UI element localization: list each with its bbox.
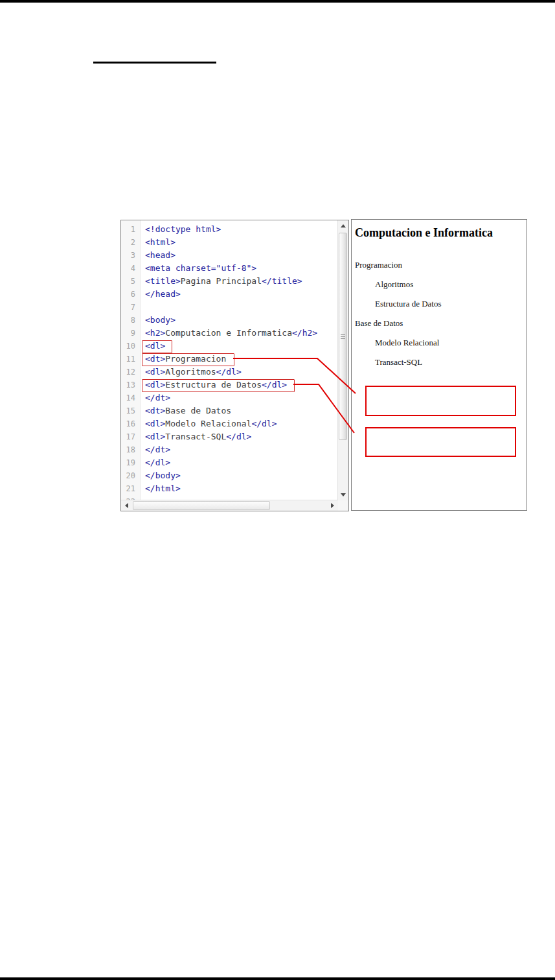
line-number: 13 — [121, 379, 135, 391]
callout-box-1 — [365, 386, 516, 416]
scroll-left-button[interactable] — [121, 500, 132, 511]
line-number: 3 — [121, 249, 135, 262]
code-text: <dl>Modelo Relacional</dl> — [145, 417, 277, 430]
vertical-scrollbar[interactable] — [337, 220, 348, 500]
code-text: <dl>Algoritmos</dl> — [145, 366, 242, 379]
line-number: 21 — [121, 482, 135, 495]
line-number: 15 — [121, 404, 135, 417]
line-number: 5 — [121, 275, 135, 288]
line-number: 20 — [121, 469, 135, 482]
code-text: </dt> — [145, 391, 170, 404]
code-text: <dl> — [145, 340, 165, 353]
line-number: 19 — [121, 456, 135, 469]
scroll-right-icon — [331, 503, 334, 508]
code-line[interactable]: 2<html> — [121, 236, 338, 249]
code-line[interactable]: 7 — [121, 301, 338, 314]
code-text: <dl>Transact-SQL</dl> — [145, 430, 251, 443]
code-text: <h2>Computacion e Informatica</h2> — [145, 327, 317, 340]
browser-preview-panel: Computacion e Informatica ProgramacionAl… — [351, 219, 527, 511]
document-page: 1<!doctype html>2<html>3<head>4<meta cha… — [0, 0, 555, 980]
code-text: <!doctype html> — [145, 223, 221, 236]
code-text: </body> — [145, 469, 181, 482]
code-line[interactable]: 21</html> — [121, 482, 338, 495]
title-underline — [93, 62, 216, 64]
preview-dd-item: Algoritmos — [352, 275, 527, 294]
scroll-up-icon — [341, 224, 346, 228]
code-text: <dt>Base de Datos — [145, 404, 231, 417]
callout-box-2 — [365, 427, 516, 457]
code-line[interactable]: 3<head> — [121, 249, 338, 262]
line-number: 14 — [121, 391, 135, 404]
code-line[interactable]: 6</head> — [121, 288, 338, 301]
preview-dd-item: Estructura de Datos — [352, 294, 527, 314]
code-text: <dl>Estructura de Datos</dl> — [145, 379, 287, 391]
code-line[interactable]: 10<dl> — [121, 340, 338, 353]
line-number: 1 — [121, 223, 135, 236]
scroll-right-button[interactable] — [327, 500, 338, 511]
code-line[interactable]: 4<meta charset="utf-8"> — [121, 262, 338, 275]
code-text: <head> — [145, 249, 176, 262]
horizontal-scrollbar-thumb[interactable] — [133, 501, 270, 510]
code-lines[interactable]: 1<!doctype html>2<html>3<head>4<meta cha… — [121, 220, 338, 500]
code-text: </dl> — [145, 456, 170, 469]
preview-list: ProgramacionAlgoritmosEstructura de Dato… — [352, 255, 527, 372]
page-top-border — [0, 0, 555, 3]
code-text: <html> — [145, 236, 176, 249]
code-text: <title>Pagina Principal</title> — [145, 275, 302, 288]
preview-heading: Computacion e Informatica — [355, 226, 493, 240]
horizontal-scrollbar[interactable] — [121, 500, 338, 511]
preview-dt-item: Base de Datos — [352, 314, 527, 333]
code-text: <meta charset="utf-8"> — [145, 262, 256, 275]
preview-dd-item: Transact-SQL — [352, 353, 527, 372]
line-number: 9 — [121, 327, 135, 340]
code-line[interactable]: 1<!doctype html> — [121, 223, 338, 236]
code-line[interactable]: 11<dt>Programacion — [121, 353, 338, 366]
code-line[interactable]: 8<body> — [121, 314, 338, 327]
line-number: 7 — [121, 301, 135, 314]
code-line[interactable]: 5<title>Pagina Principal</title> — [121, 275, 338, 288]
line-number: 2 — [121, 236, 135, 249]
code-text: </html> — [145, 482, 181, 495]
code-text: <dt>Programacion — [145, 353, 226, 366]
scroll-down-icon — [341, 493, 346, 496]
code-line[interactable]: 9<h2>Computacion e Informatica</h2> — [121, 327, 338, 340]
line-number: 12 — [121, 366, 135, 379]
scrollbar-corner — [338, 500, 348, 511]
line-number: 11 — [121, 353, 135, 366]
code-line[interactable]: 12<dl>Algoritmos</dl> — [121, 366, 338, 379]
line-number: 8 — [121, 314, 135, 327]
page-bottom-border — [0, 977, 555, 980]
code-text: </dt> — [145, 443, 170, 456]
line-number: 18 — [121, 443, 135, 456]
vertical-scrollbar-thumb[interactable] — [339, 233, 347, 440]
code-editor[interactable]: 1<!doctype html>2<html>3<head>4<meta cha… — [120, 220, 349, 511]
code-line[interactable]: 20</body> — [121, 469, 338, 482]
code-line[interactable]: 19</dl> — [121, 456, 338, 469]
scroll-up-button[interactable] — [338, 220, 348, 231]
code-text: <body> — [145, 314, 176, 327]
scroll-down-button[interactable] — [338, 489, 348, 500]
line-number: 4 — [121, 262, 135, 275]
scrollbar-grip-icon — [341, 334, 345, 339]
code-line[interactable]: 16<dl>Modelo Relacional</dl> — [121, 417, 338, 430]
scroll-left-icon — [125, 503, 128, 508]
code-line[interactable]: 14</dt> — [121, 391, 338, 404]
line-number: 6 — [121, 288, 135, 301]
preview-dd-item: Modelo Relacional — [352, 333, 527, 353]
code-line[interactable]: 17<dl>Transact-SQL</dl> — [121, 430, 338, 443]
line-number: 17 — [121, 430, 135, 443]
code-text: </head> — [145, 288, 181, 301]
code-line[interactable]: 13<dl>Estructura de Datos</dl> — [121, 379, 338, 391]
preview-dt-item: Programacion — [352, 255, 527, 275]
line-number: 16 — [121, 417, 135, 430]
code-line[interactable]: 15<dt>Base de Datos — [121, 404, 338, 417]
code-line[interactable]: 18</dt> — [121, 443, 338, 456]
line-number: 10 — [121, 340, 135, 353]
